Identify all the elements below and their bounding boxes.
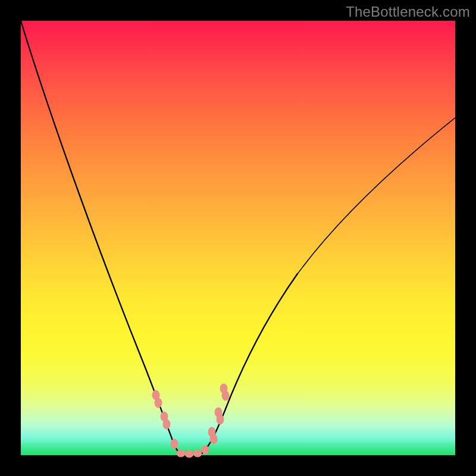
- marker-dot: [193, 450, 202, 457]
- curve-layer: [0, 0, 476, 476]
- curve-right-branch-upper: [296, 118, 455, 275]
- marker-dot: [177, 450, 185, 457]
- marker-dot: [171, 439, 178, 449]
- marker-dot: [163, 419, 170, 429]
- marker-dot: [217, 415, 224, 424]
- marker-dot: [185, 450, 193, 458]
- marker-group: [152, 384, 229, 458]
- marker-dot: [155, 398, 162, 408]
- curve-left-branch: [21, 21, 182, 453]
- marker-dot: [210, 434, 217, 444]
- marker-dot: [222, 391, 229, 400]
- marker-dot: [202, 446, 209, 454]
- curve-right-branch-lower: [200, 274, 298, 453]
- chart-frame: TheBottleneck.com: [0, 0, 476, 476]
